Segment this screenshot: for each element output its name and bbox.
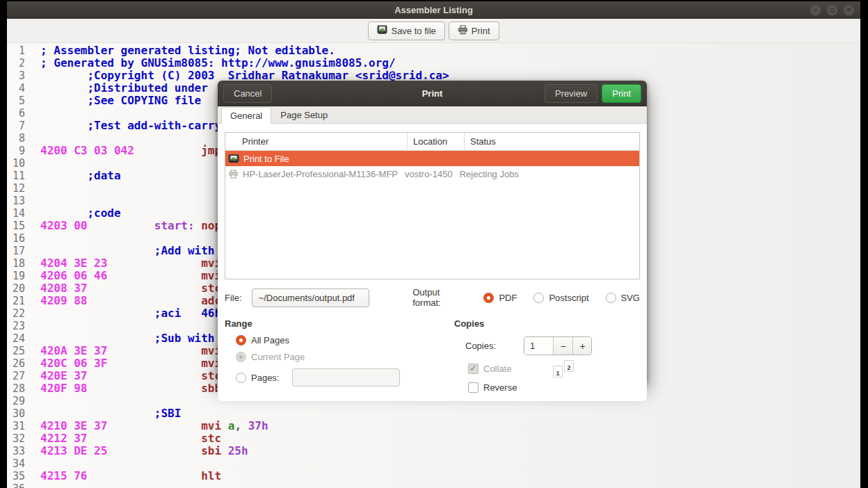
printer-row[interactable]: Print to File: [225, 151, 639, 166]
line-number: 7: [7, 120, 25, 132]
printer-row[interactable]: HP-LaserJet-Professional-M1136-MFPvostro…: [225, 166, 639, 181]
code-text: 4208 37 stc: [40, 282, 221, 295]
range-option-all-pages[interactable]: All Pages: [236, 335, 454, 345]
line-number: 32: [7, 432, 25, 445]
pages-entry[interactable]: [292, 368, 400, 387]
radio-icon: [236, 352, 246, 362]
line-number: 31: [7, 420, 25, 432]
collate-label: Collate: [483, 364, 511, 374]
code-text: ;Test add-with-carry: [40, 120, 221, 132]
output-format-radios: PDFPostscriptSVG: [467, 293, 640, 303]
format-option-svg[interactable]: SVG: [606, 293, 640, 303]
maximize-icon[interactable]: ◻: [826, 4, 838, 16]
cancel-button[interactable]: Cancel: [223, 84, 272, 103]
line-number: 1: [7, 44, 25, 57]
save-to-file-button[interactable]: Save to file: [368, 22, 444, 40]
radio-icon: [236, 335, 246, 345]
printer-icon: [228, 170, 239, 179]
code-text: 4206 06 46 mvi: [40, 270, 221, 282]
column-header-location[interactable]: Location: [408, 133, 465, 150]
line-number: 6: [7, 107, 25, 120]
line-number: 29: [7, 395, 25, 407]
save-icon: [377, 25, 387, 37]
line-number: 30: [7, 407, 25, 420]
code-text: 420E 37 stc: [40, 370, 221, 382]
copies-decrement-button[interactable]: −: [553, 337, 572, 355]
code-text: 4213 DE 25 sbi 25h: [40, 445, 248, 457]
line-number: 15: [7, 220, 25, 232]
code-text: 420F 98 sbb: [40, 382, 221, 395]
radio-icon: [483, 293, 494, 303]
format-option-pdf[interactable]: PDF: [483, 293, 517, 303]
printer-status: Rejecting Jobs: [460, 169, 519, 179]
code-text: ; Generated by GNUSim8085: http://www.gn…: [40, 57, 396, 70]
save-to-file-label: Save to file: [391, 26, 435, 36]
code-text: 4204 3E 23 mvi: [40, 257, 221, 270]
copies-increment-button[interactable]: +: [572, 337, 592, 355]
close-icon[interactable]: ✕: [843, 4, 855, 16]
line-number: 4: [7, 82, 25, 95]
line-number: 14: [7, 207, 25, 220]
print-icon: [458, 25, 468, 37]
printer-name: HP-LaserJet-Professional-M1136-MFP: [243, 169, 398, 179]
range-heading: Range: [225, 318, 454, 329]
file-chooser-button[interactable]: ~/Documents/output.pdf: [252, 288, 370, 307]
code-line: 34: [7, 457, 860, 470]
format-label: Postscript: [549, 293, 588, 303]
format-label: PDF: [499, 293, 517, 303]
collate-checkbox[interactable]: [468, 364, 479, 374]
window-controls: − ◻ ✕: [810, 4, 855, 16]
copies-spinner: 1 − +: [524, 336, 592, 355]
line-number: 23: [7, 320, 25, 332]
line-number: 9: [7, 145, 25, 157]
code-text: 4212 37 stc: [40, 432, 221, 445]
format-label: SVG: [621, 293, 640, 303]
line-number: 8: [7, 132, 25, 145]
toolbar: Save to file Print: [7, 19, 860, 43]
radio-icon: [533, 293, 544, 303]
copies-section: Copies Copies: 1 − + Collate: [454, 318, 640, 393]
copies-row: Copies: 1 − +: [465, 336, 640, 355]
range-section: Range All PagesCurrent PagePages:: [225, 318, 454, 393]
reverse-checkbox[interactable]: [468, 382, 479, 393]
range-options: All PagesCurrent PagePages:: [236, 335, 454, 387]
collate-page-1: 1: [553, 366, 563, 377]
code-text: 420A 3E 37 mvi: [40, 345, 221, 357]
code-text: ;code: [40, 207, 121, 220]
print-button-toolbar[interactable]: Print: [449, 22, 499, 40]
line-number: 22: [7, 307, 25, 320]
code-text: 4210 3E 37 mvi a, 37h: [40, 420, 268, 432]
line-number: 21: [7, 295, 25, 307]
code-text: ;aci 46h: [40, 307, 221, 320]
printer-list-header: Printer Location Status: [225, 133, 639, 151]
column-header-printer[interactable]: Printer: [225, 133, 408, 150]
printer-list: Printer Location Status Print to FileHP-…: [225, 132, 640, 279]
code-text: 420C 06 3F mvi: [40, 357, 221, 370]
print-to-file-icon: [228, 154, 239, 163]
line-number: 5: [7, 95, 25, 107]
tab-page-setup[interactable]: Page Setup: [271, 106, 337, 123]
column-header-status[interactable]: Status: [465, 133, 639, 150]
print-button[interactable]: Print: [602, 84, 641, 103]
line-number: 26: [7, 357, 25, 370]
code-text: 4203 00 start: nop: [40, 220, 221, 232]
code-line: 30 ;SBI: [7, 407, 860, 420]
print-dialog-header: Cancel Print Preview Print: [218, 81, 647, 106]
reverse-row: Reverse: [468, 382, 640, 393]
dialog-tabs: GeneralPage Setup: [218, 106, 647, 124]
copies-value[interactable]: 1: [524, 337, 553, 355]
tab-general[interactable]: General: [221, 107, 271, 124]
collate-page-2: 2: [564, 360, 574, 372]
printer-rows: Print to FileHP-LaserJet-Professional-M1…: [225, 151, 639, 181]
range-option-current-page[interactable]: Current Page: [236, 352, 454, 362]
line-number: 13: [7, 195, 25, 207]
code-line: 1; Assembler generated listing; Not edit…: [7, 44, 860, 57]
print-toolbar-label: Print: [472, 26, 490, 36]
range-copies-sections: Range All PagesCurrent PagePages: Copies…: [225, 318, 640, 393]
minimize-icon[interactable]: −: [810, 4, 821, 16]
preview-button[interactable]: Preview: [545, 84, 597, 103]
line-number: 11: [7, 170, 25, 182]
format-option-postscript[interactable]: Postscript: [533, 293, 588, 303]
range-option-pages[interactable]: Pages:: [236, 368, 454, 387]
line-number: 24: [7, 332, 25, 345]
